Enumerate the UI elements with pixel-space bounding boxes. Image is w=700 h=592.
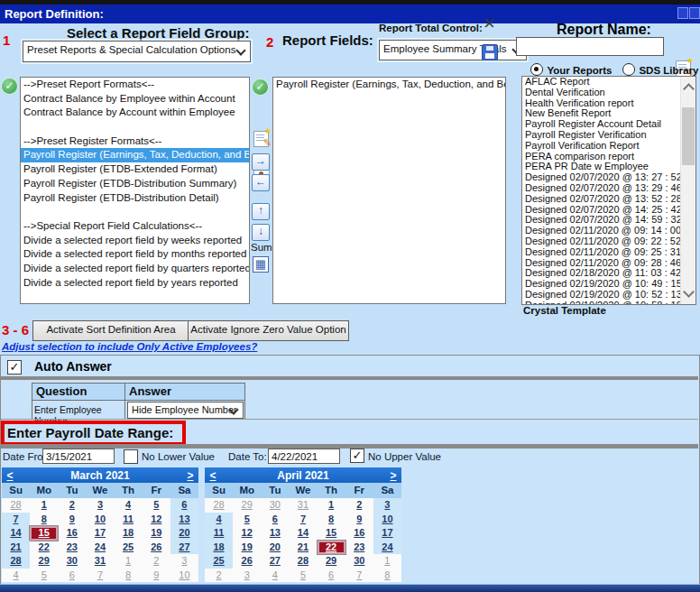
calendar-day[interactable]: 7 <box>86 569 114 583</box>
move-left-button[interactable]: ← <box>252 174 270 191</box>
calendar-day[interactable]: 31 <box>86 554 114 569</box>
preset-report-item[interactable]: Divide a selected report field by weeks … <box>21 234 249 248</box>
calendar-day[interactable]: 9 <box>143 569 170 583</box>
calendar-day[interactable]: 6 <box>170 498 198 513</box>
calendar-day[interactable]: 6 <box>318 569 345 583</box>
calendar-day[interactable]: 6 <box>58 569 86 583</box>
calendar-next-link[interactable]: > <box>385 469 401 482</box>
calendar-day[interactable]: 13 <box>261 526 289 541</box>
calendar-day[interactable]: 2 <box>143 554 170 569</box>
calendar-day[interactable]: 5 <box>30 569 58 583</box>
saved-report-item[interactable]: Payroll Verification Report <box>522 141 695 152</box>
calendar-day[interactable]: 3 <box>86 498 114 513</box>
calendar-day[interactable]: 30 <box>261 498 289 513</box>
calendar-day[interactable]: 24 <box>86 541 114 555</box>
new-field-icon[interactable]: ✎ ★ <box>253 131 269 147</box>
window-control-icon[interactable] <box>677 7 688 19</box>
calendar-day[interactable]: 27 <box>261 554 289 569</box>
calendar-day[interactable]: 26 <box>233 554 261 569</box>
calendar-day[interactable]: 5 <box>143 498 170 513</box>
calendar-day[interactable]: 27 <box>170 541 198 555</box>
date-from-input[interactable] <box>42 449 115 464</box>
calendar-day[interactable]: 9 <box>345 513 373 527</box>
calendar-day[interactable]: 7 <box>2 513 30 527</box>
calendar-day[interactable]: 6 <box>261 513 289 527</box>
calendar-day[interactable]: 2 <box>345 498 373 513</box>
saved-report-item[interactable]: Designed 02/11/2020 @ 09: 22 : 52 <box>522 236 695 247</box>
preset-report-item[interactable]: -->Special Report Field Calculations<-- <box>21 219 249 234</box>
calendar-day[interactable]: 16 <box>345 526 373 541</box>
preset-report-item[interactable]: Payroll Register (ETDB-Distribution Summ… <box>21 177 249 191</box>
calendar-day[interactable]: 19 <box>143 526 170 541</box>
calendar-day[interactable]: 16 <box>58 526 86 541</box>
no-lower-checkbox[interactable] <box>124 449 138 464</box>
confirm-icon[interactable]: ✓ <box>2 79 17 94</box>
saved-report-item[interactable]: Designed 02/07/2020 @ 13: 52 : 28 <box>522 194 695 205</box>
saved-report-item[interactable]: Payroll Register Verification <box>522 130 695 141</box>
scrollbar-up-icon[interactable] <box>683 83 695 95</box>
activate-sort-button[interactable]: Activate Sort Definition Area <box>32 320 189 341</box>
move-down-button[interactable]: ↓ <box>252 224 270 241</box>
calendar-day[interactable]: 30 <box>345 554 373 569</box>
preset-report-item[interactable] <box>21 120 249 134</box>
saved-report-item[interactable]: Designed 02/07/2020 @ 13: 29 : 46 <box>522 183 695 194</box>
preset-report-item[interactable]: Divide a selected report field by years … <box>21 276 249 291</box>
calendar-day[interactable]: 21 <box>289 541 317 555</box>
answer-select[interactable]: Hide Employee Number <box>127 402 244 419</box>
save-icon[interactable] <box>482 44 498 60</box>
calendar-day[interactable]: 13 <box>170 513 198 527</box>
calendar-day[interactable]: 4 <box>205 513 233 527</box>
preset-report-item[interactable]: Payroll Register (ETDB-Distribution Deta… <box>21 191 249 206</box>
calendar-day[interactable]: 3 <box>373 498 401 513</box>
field-group-select[interactable]: Preset Reports & Special Calculation Opt… <box>23 41 251 62</box>
calendar-day[interactable]: 22 <box>30 541 58 555</box>
calendar-day[interactable]: 14 <box>289 526 317 541</box>
calendar-day[interactable]: 2 <box>205 569 233 583</box>
calendar-day[interactable]: 15 <box>30 526 58 541</box>
calendar-day[interactable]: 23 <box>345 541 373 555</box>
calendar-day[interactable]: 10 <box>373 513 401 527</box>
calendar-day[interactable]: 8 <box>318 513 345 527</box>
scrollbar-down-icon[interactable] <box>683 286 695 298</box>
calendar-day[interactable]: 22 <box>318 541 345 555</box>
report-name-input[interactable] <box>516 37 664 56</box>
preset-report-item[interactable]: Payroll Register (ETDB-Extended Format) <box>21 162 249 177</box>
calendar-day[interactable]: 28 <box>205 498 233 513</box>
total-control-select[interactable]: Employee Summary Totals <box>379 40 527 60</box>
saved-report-item[interactable]: Designed 02/11/2020 @ 09: 25 : 31 <box>522 247 695 258</box>
calendar-day[interactable]: 25 <box>205 554 233 569</box>
calendar-day[interactable]: 17 <box>86 526 114 541</box>
calendar-day[interactable]: 8 <box>115 569 143 583</box>
calendar-day[interactable]: 20 <box>170 526 198 541</box>
calendar-day[interactable]: 25 <box>115 541 143 555</box>
calendar-day[interactable]: 28 <box>289 554 317 569</box>
calendar-prev-link[interactable]: < <box>2 469 18 482</box>
calendar-day[interactable]: 21 <box>2 541 30 555</box>
calendar-day[interactable]: 8 <box>373 569 401 583</box>
move-up-button[interactable]: ↑ <box>252 203 270 220</box>
calendar-day[interactable]: 1 <box>115 554 143 569</box>
auto-answer-checkbox[interactable]: ✓ <box>7 360 22 375</box>
calendar-day[interactable]: 8 <box>30 513 58 527</box>
preset-report-item[interactable]: Contract Balance by Account within Emplo… <box>21 106 249 120</box>
calendar-day[interactable]: 12 <box>233 526 261 541</box>
preset-report-item[interactable] <box>21 205 249 219</box>
calendar-day[interactable]: 3 <box>170 554 198 569</box>
calendar-day[interactable]: 12 <box>143 513 170 527</box>
calendar-day[interactable]: 29 <box>318 554 345 569</box>
calendar-day[interactable]: 5 <box>233 513 261 527</box>
calendar-day[interactable]: 4 <box>261 569 289 583</box>
calendar-day[interactable]: 17 <box>373 526 401 541</box>
calendar-day[interactable]: 4 <box>2 569 30 583</box>
calculator-icon[interactable]: ▦ <box>253 256 269 273</box>
calendar-prev-link[interactable]: < <box>205 469 221 482</box>
active-employees-link[interactable]: Adjust selection to include Only Active … <box>2 341 257 352</box>
calendar-day[interactable]: 23 <box>58 541 86 555</box>
calendar-day[interactable]: 29 <box>233 498 261 513</box>
scrollbar-track[interactable] <box>680 77 695 304</box>
ignore-zero-button[interactable]: Activate Ignore Zero Value Option <box>188 320 349 341</box>
calendar-day[interactable]: 15 <box>318 526 345 541</box>
saved-report-item[interactable]: Designed 02/19/2020 @ 10: 52 : 13 <box>522 290 695 301</box>
preset-report-item[interactable]: -->Preset Report Formats<-- <box>21 78 249 92</box>
calendar-day[interactable]: 7 <box>345 569 373 583</box>
